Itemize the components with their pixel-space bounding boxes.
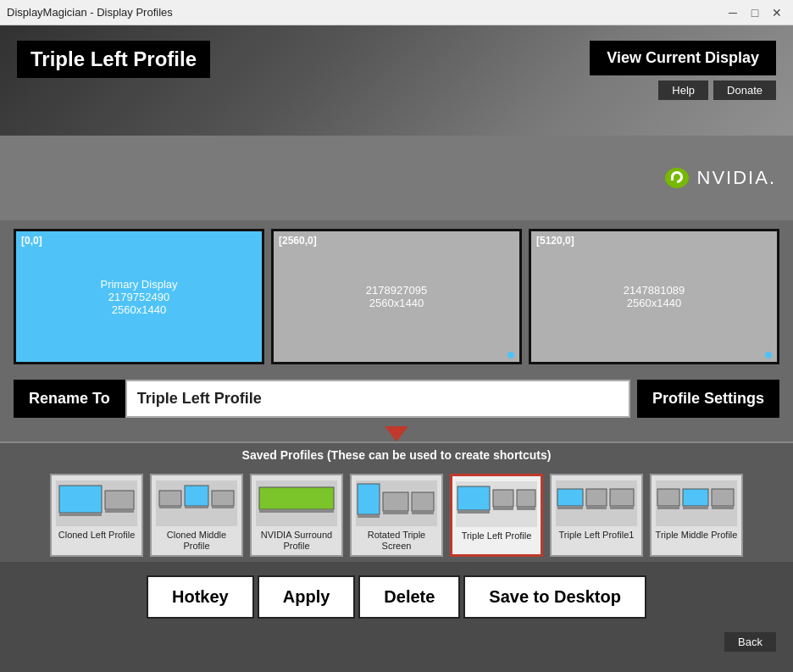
profile-preview-triple-middle — [656, 480, 737, 526]
rename-row: Rename To Profile Settings — [0, 373, 793, 425]
rename-input[interactable] — [125, 380, 630, 418]
hotkey-button[interactable]: Hotkey — [147, 575, 254, 619]
svg-rect-41 — [712, 489, 734, 506]
svg-rect-6 — [159, 491, 181, 506]
profile-card-label-rotated-triple: Rotated Triple Screen — [355, 530, 438, 552]
display-1-line1: Primary Display — [100, 278, 177, 291]
profile-card-img-nvidia-surround — [256, 480, 337, 526]
svg-rect-1 — [59, 486, 102, 513]
profile-card-img-triple-middle — [656, 480, 737, 526]
profile-settings-button[interactable]: Profile Settings — [637, 380, 779, 418]
svg-rect-38 — [657, 506, 679, 509]
profiles-area: Cloned Left Profile Cloned Middle Profil… — [0, 467, 793, 562]
svg-rect-11 — [212, 506, 234, 508]
profile-card-img-triple-left1 — [556, 480, 637, 526]
display-2-dot — [507, 352, 514, 358]
profile-card-triple-left1[interactable]: Triple Left Profile1 — [550, 474, 643, 557]
display-panel-1: [0,0] Primary Display 2179752490 2560x14… — [14, 229, 264, 364]
header-right: View Current Display Help Donate — [590, 41, 776, 100]
profile-title: Triple Left Profile — [17, 41, 210, 78]
svg-rect-23 — [458, 486, 490, 510]
display-2-coords: [2560,0] — [279, 235, 317, 247]
nvidia-logo-icon — [662, 163, 692, 193]
delete-button[interactable]: Delete — [358, 575, 460, 619]
profile-preview-cloned-left — [56, 480, 137, 526]
svg-rect-32 — [586, 489, 607, 506]
profile-preview-nvidia-surround — [256, 480, 337, 526]
svg-rect-3 — [105, 491, 134, 509]
back-button[interactable]: Back — [724, 632, 776, 652]
svg-rect-24 — [458, 510, 490, 514]
profile-card-rotated-triple[interactable]: Rotated Triple Screen — [350, 474, 443, 557]
nvidia-text-label: NVIDIA. — [697, 167, 776, 189]
display-1-line3: 2560x1440 — [100, 303, 177, 316]
close-button[interactable]: ✕ — [768, 3, 786, 22]
down-arrow-icon — [385, 426, 408, 442]
header-content: Triple Left Profile View Current Display… — [0, 25, 793, 108]
svg-rect-31 — [557, 506, 583, 509]
arrow-area — [0, 425, 793, 442]
svg-rect-39 — [683, 489, 708, 506]
profile-card-cloned-left[interactable]: Cloned Left Profile — [50, 474, 143, 557]
save-to-desktop-button[interactable]: Save to Desktop — [463, 575, 646, 619]
profile-card-cloned-middle[interactable]: Cloned Middle Profile — [150, 474, 243, 557]
profile-card-label-triple-left: Triple Left Profile — [462, 530, 532, 541]
display-1-coords: [0,0] — [21, 235, 42, 247]
display-1-info: Primary Display 2179752490 2560x1440 — [100, 278, 177, 316]
svg-rect-27 — [517, 490, 535, 507]
saved-profiles-banner: Saved Profiles (These can be used to cre… — [0, 442, 793, 467]
profile-card-label-cloned-left: Cloned Left Profile — [58, 530, 136, 541]
nvidia-logo: NVIDIA. — [662, 163, 776, 193]
back-btn-area: Back — [0, 632, 793, 660]
svg-rect-17 — [358, 514, 380, 518]
display-3-dot — [765, 352, 772, 358]
rename-to-label: Rename To — [14, 380, 125, 418]
svg-rect-8 — [185, 486, 208, 506]
display-3-info: 2147881089 2560x1440 — [624, 284, 685, 309]
profile-card-img-triple-left — [456, 481, 537, 527]
maximize-button[interactable]: □ — [746, 3, 764, 22]
svg-rect-33 — [586, 506, 607, 509]
help-button[interactable]: Help — [658, 81, 708, 100]
profile-card-nvidia-surround[interactable]: NVIDIA Surround Profile — [250, 474, 343, 557]
svg-rect-37 — [657, 489, 679, 506]
svg-rect-16 — [358, 484, 380, 514]
svg-rect-10 — [212, 491, 234, 506]
svg-rect-35 — [610, 506, 634, 509]
svg-rect-42 — [712, 506, 734, 509]
profile-card-triple-middle[interactable]: Triple Middle Profile — [650, 474, 743, 557]
profile-card-img-cloned-left — [56, 480, 137, 526]
profile-card-triple-left[interactable]: Triple Left Profile — [450, 474, 543, 557]
svg-rect-4 — [105, 509, 134, 513]
display-3-line1: 2147881089 — [624, 284, 685, 297]
window-title: DisplayMagician - Display Profiles — [7, 6, 173, 19]
svg-rect-14 — [259, 509, 334, 513]
svg-rect-34 — [610, 489, 634, 506]
middle-area: NVIDIA. — [0, 136, 793, 220]
profile-preview-triple-left — [456, 481, 537, 527]
profile-card-label-triple-left1: Triple Left Profile1 — [559, 530, 635, 541]
displays-area: [0,0] Primary Display 2179752490 2560x14… — [0, 220, 793, 373]
svg-rect-2 — [59, 513, 102, 516]
header-area: Triple Left Profile View Current Display… — [0, 25, 793, 136]
svg-rect-21 — [412, 511, 434, 514]
svg-rect-13 — [259, 487, 334, 509]
header-secondary-buttons: Help Donate — [658, 81, 776, 100]
svg-rect-30 — [557, 489, 583, 506]
bottom-buttons-area: Hotkey Apply Delete Save to Desktop — [0, 562, 793, 632]
apply-button[interactable]: Apply — [258, 575, 356, 619]
svg-rect-40 — [683, 506, 708, 509]
display-panel-3: [5120,0] 2147881089 2560x1440 — [529, 229, 779, 364]
svg-rect-19 — [383, 511, 408, 514]
display-1-line2: 2179752490 — [100, 291, 177, 303]
svg-rect-7 — [159, 506, 181, 508]
donate-button[interactable]: Donate — [713, 81, 776, 100]
svg-rect-18 — [383, 492, 408, 511]
svg-rect-25 — [493, 490, 513, 507]
svg-rect-28 — [517, 507, 535, 510]
display-2-info: 2178927095 2560x1440 — [366, 284, 427, 309]
profile-card-label-nvidia-surround: NVIDIA Surround Profile — [255, 530, 338, 552]
minimize-button[interactable]: ─ — [724, 3, 742, 22]
profile-preview-rotated-triple — [356, 480, 437, 526]
view-current-display-button[interactable]: View Current Display — [590, 41, 776, 75]
